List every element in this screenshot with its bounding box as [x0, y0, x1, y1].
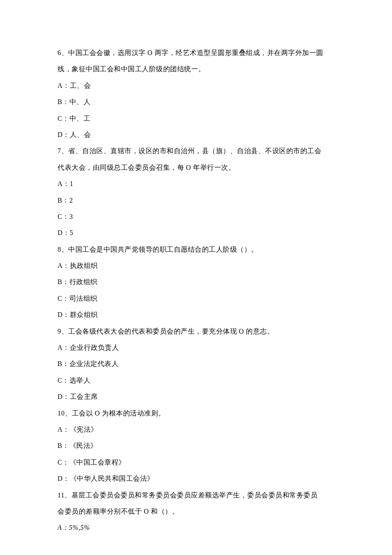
question-option: D：《中华人民共和国工会法》: [58, 471, 334, 487]
question-stem-line: 10、工会以 O 为根本的活动准则。: [58, 405, 334, 421]
question-option: D：群众组织: [58, 307, 334, 323]
question-option: C：中、工: [58, 110, 334, 127]
question-option: C：《中国工会章程》: [58, 454, 334, 471]
question-stem-line: 9、工会各级代表大会的代表和委员会的产生，要充分体现 O 的意志。: [58, 323, 334, 340]
document-body: 6、中国工会会徽，选用汉字 O 两字，经艺术造型呈圆形重叠组成，并在两字外加一圆…: [58, 45, 334, 536]
question-option: B：企业法定代表人: [58, 356, 334, 372]
question-option: B：《民法》: [58, 438, 334, 454]
question-option: A：1: [58, 176, 334, 192]
question-option: A：企业行政负责人: [58, 340, 334, 356]
question-option: D：工会主席: [58, 389, 334, 405]
question-stem-line: 代表大会，由同级总工会委员会召集，每 O 年举行一次。: [58, 160, 334, 176]
question-stem-line: 线，象征中国工会和中国工人阶级的团结统一。: [58, 61, 334, 77]
question-stem-line: 6、中国工会会徽，选用汉字 O 两字，经艺术造型呈圆形重叠组成，并在两字外加一圆: [58, 45, 334, 61]
question-stem-line: 会委员的差额率分别不低于 O 和（）。: [58, 503, 334, 520]
question-option: C：司法组织: [58, 291, 334, 307]
question-option: A：执政组织: [58, 258, 334, 274]
question-option: C：3: [58, 209, 334, 225]
question-stem-line: 7、省、自治区、直辖市，设区的市和自治州，县（旗）、自治县、不设区的市的工会: [58, 143, 334, 159]
question-stem-line: 8、中国工会是中国共产党领导的职工自愿结合的工人阶级（）。: [58, 241, 334, 258]
question-option: A：《宪法》: [58, 421, 334, 438]
question-option: D：5: [58, 225, 334, 241]
question-option: A：工、会: [58, 78, 334, 94]
question-option: B：2: [58, 192, 334, 209]
question-option: D：人、会: [58, 127, 334, 143]
question-option: B：行政组织: [58, 274, 334, 290]
question-option: C：选举人: [58, 372, 334, 389]
question-option: A：5%,5%: [58, 520, 334, 536]
question-option: B：中、人: [58, 94, 334, 110]
question-stem-line: 11、基层工会委员会委员和常务委员会委员应差额选举产生，委员会委员和常务委员: [58, 487, 334, 503]
